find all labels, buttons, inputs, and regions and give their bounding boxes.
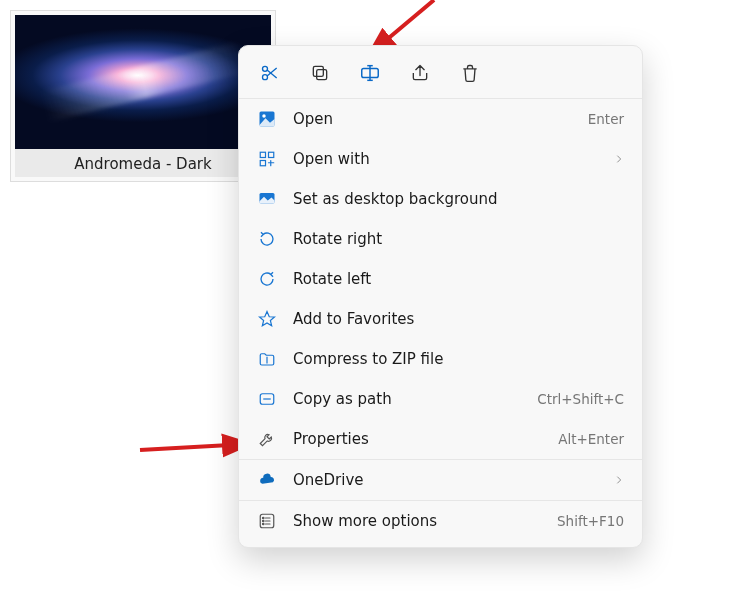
menu-label: Copy as path: [293, 390, 537, 408]
svg-point-13: [262, 114, 265, 117]
menu-item-favorites[interactable]: Add to Favorites: [239, 299, 642, 339]
open-with-icon: [257, 149, 277, 169]
arrow-annotation-properties: [134, 428, 244, 464]
rotate-right-icon: [257, 229, 277, 249]
menu-item-more-options[interactable]: Show more options Shift+F10: [239, 501, 642, 541]
menu-shortcut: Shift+F10: [557, 513, 624, 529]
zip-icon: [257, 349, 277, 369]
rename-icon: [359, 62, 381, 84]
image-icon: [257, 109, 277, 129]
svg-rect-16: [260, 161, 265, 166]
menu-item-compress[interactable]: Compress to ZIP file: [239, 339, 642, 379]
file-label: Andromeda - Dark: [15, 149, 271, 177]
svg-rect-6: [317, 70, 327, 80]
menu-item-open[interactable]: Open Enter: [239, 99, 642, 139]
menu-shortcut: Enter: [588, 111, 624, 127]
svg-rect-14: [260, 152, 265, 157]
copy-path-icon: [257, 389, 277, 409]
menu-item-onedrive[interactable]: OneDrive: [239, 460, 642, 500]
desktop-background-icon: [257, 189, 277, 209]
more-options-icon: [257, 511, 277, 531]
wrench-icon: [257, 429, 277, 449]
menu-shortcut: Alt+Enter: [558, 431, 624, 447]
context-menu-toolbar: [239, 52, 642, 98]
delete-button[interactable]: [459, 62, 481, 84]
onedrive-icon: [257, 470, 277, 490]
cut-button[interactable]: [259, 62, 281, 84]
menu-item-open-with[interactable]: Open with: [239, 139, 642, 179]
file-thumbnail: [15, 15, 271, 149]
share-button[interactable]: [409, 62, 431, 84]
file-tile[interactable]: Andromeda - Dark: [10, 10, 276, 182]
menu-shortcut: Ctrl+Shift+C: [537, 391, 624, 407]
copy-icon: [310, 63, 330, 83]
menu-label: Open: [293, 110, 588, 128]
svg-rect-7: [313, 66, 323, 76]
copy-button[interactable]: [309, 62, 331, 84]
svg-line-0: [384, 0, 434, 42]
menu-item-copy-path[interactable]: Copy as path Ctrl+Shift+C: [239, 379, 642, 419]
chevron-right-icon: [614, 151, 624, 167]
star-icon: [257, 309, 277, 329]
trash-icon: [460, 63, 480, 83]
share-icon: [410, 63, 430, 83]
menu-label: Compress to ZIP file: [293, 350, 624, 368]
menu-label: Properties: [293, 430, 558, 448]
menu-item-rotate-right[interactable]: Rotate right: [239, 219, 642, 259]
svg-marker-18: [260, 312, 275, 326]
menu-label: Rotate left: [293, 270, 624, 288]
rename-button[interactable]: [359, 62, 381, 84]
menu-label: Show more options: [293, 512, 557, 530]
menu-item-properties[interactable]: Properties Alt+Enter: [239, 419, 642, 459]
svg-point-24: [263, 520, 265, 522]
scissors-icon: [260, 63, 280, 83]
svg-point-25: [263, 523, 265, 525]
menu-label: Open with: [293, 150, 614, 168]
context-menu: Open Enter Open with Set as desktop back…: [238, 45, 643, 548]
rotate-left-icon: [257, 269, 277, 289]
menu-label: Add to Favorites: [293, 310, 624, 328]
menu-label: OneDrive: [293, 471, 614, 489]
menu-label: Set as desktop background: [293, 190, 624, 208]
menu-item-rotate-left[interactable]: Rotate left: [239, 259, 642, 299]
svg-rect-15: [269, 152, 274, 157]
svg-line-1: [140, 445, 230, 450]
svg-point-23: [263, 517, 265, 519]
menu-item-set-background[interactable]: Set as desktop background: [239, 179, 642, 219]
chevron-right-icon: [614, 472, 624, 488]
menu-label: Rotate right: [293, 230, 624, 248]
